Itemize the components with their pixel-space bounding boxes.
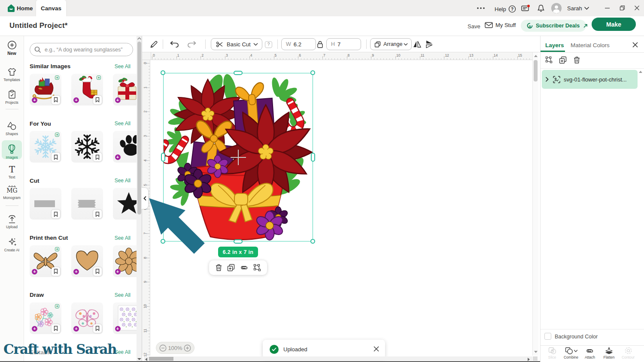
my-stuff-button[interactable]: My Stuff: [485, 22, 516, 28]
canvas-h-scroll-thumb[interactable]: [149, 357, 173, 361]
layer-row-selected[interactable]: svg-01-flower-pot-christ...: [542, 70, 638, 89]
selection-handle-top-left[interactable]: [161, 70, 165, 75]
bookmark-icon[interactable]: [52, 324, 60, 333]
flatten-button[interactable]: Flatten: [600, 347, 619, 359]
undo-icon[interactable]: [170, 41, 179, 48]
sidebar-item-images[interactable]: Images: [0, 144, 24, 160]
selection-handle-bottom-center[interactable]: [234, 239, 243, 244]
save-button[interactable]: Save: [468, 23, 480, 30]
sidebar-item-shapes[interactable]: Shapes: [0, 121, 24, 136]
image-card-pattern-lavender[interactable]: +: [113, 302, 137, 334]
image-card-gift-bow[interactable]: +: [113, 74, 137, 106]
overflow-menu-icon[interactable]: [476, 5, 486, 12]
tab-canvas[interactable]: Canvas: [36, 0, 66, 16]
delete-icon[interactable]: [215, 264, 222, 272]
image-card-snowflake-black[interactable]: [71, 131, 103, 163]
scroll-up-icon[interactable]: [137, 37, 141, 40]
user-chevron-down-icon[interactable]: [584, 6, 589, 10]
bookmark-icon[interactable]: [93, 324, 102, 333]
tab-layers[interactable]: Layers: [545, 42, 564, 48]
panel-scroll-thumb[interactable]: [137, 42, 141, 214]
flip-vertical-icon[interactable]: [425, 40, 433, 48]
bookmark-icon[interactable]: [52, 153, 60, 161]
width-field[interactable]: W 6.2: [281, 38, 316, 50]
cricut-logo[interactable]: [7, 4, 15, 12]
selection-handle-top-center[interactable]: [234, 71, 243, 75]
material-help-icon[interactable]: ?: [265, 41, 272, 48]
avatar[interactable]: [551, 3, 562, 13]
window-maximize-icon[interactable]: [620, 5, 625, 11]
weld-icon[interactable]: [253, 264, 261, 272]
image-card-rect-plain[interactable]: [30, 188, 61, 220]
see-all-link[interactable]: See All: [115, 235, 131, 241]
window-close-icon[interactable]: [634, 5, 640, 11]
image-card-paw[interactable]: +: [113, 131, 137, 163]
arrange-dropdown[interactable]: Arrange: [370, 38, 412, 50]
image-search-input[interactable]: e.g., “A dog wearing sunglasses”: [30, 43, 133, 56]
image-card-flower-tan[interactable]: +: [113, 245, 137, 277]
canvas-vertical-scrollbar[interactable]: [532, 52, 538, 356]
panel-scrollbar[interactable]: [137, 36, 142, 362]
canvas-horizontal-scrollbar[interactable]: [144, 356, 532, 361]
flip-horizontal-icon[interactable]: [413, 40, 421, 48]
tab-material-colors[interactable]: Material Colors: [571, 42, 610, 48]
panel-close-icon[interactable]: [632, 42, 638, 48]
attach-button[interactable]: Attach: [580, 347, 599, 359]
image-card-butterfly-tan[interactable]: a+: [30, 245, 61, 277]
image-card-snowflake-blue[interactable]: a: [30, 131, 61, 163]
see-all-link[interactable]: See All: [115, 63, 131, 69]
layers-scroll-up-icon[interactable]: [639, 71, 642, 73]
draw-pencil-icon[interactable]: [149, 40, 158, 49]
sidebar-item-templates[interactable]: Templates: [0, 67, 24, 82]
image-card-rect-stamp[interactable]: [71, 188, 103, 220]
add-to-canvas-icon[interactable]: +: [73, 326, 79, 332]
sidebar-item-upload[interactable]: Upload: [0, 215, 24, 229]
see-all-link[interactable]: See All: [115, 349, 131, 355]
attach-icon[interactable]: [240, 265, 249, 270]
zoom-out-icon[interactable]: [159, 344, 167, 352]
sidebar-item-monogram[interactable]: MGMonogram: [0, 185, 24, 200]
image-card-heart-tan[interactable]: +: [71, 245, 103, 277]
subscriber-deals-button[interactable]: a Subscriber Deals: [521, 20, 586, 32]
window-minimize-icon[interactable]: [605, 5, 610, 11]
notifications-bell-icon[interactable]: [537, 4, 545, 12]
selection-handle-top-right[interactable]: [310, 70, 315, 75]
selection-handle-middle-left[interactable]: [161, 153, 165, 162]
bookmark-icon[interactable]: [93, 153, 102, 161]
add-to-canvas-icon[interactable]: +: [73, 97, 79, 103]
redo-icon[interactable]: [187, 41, 197, 48]
add-to-canvas-icon[interactable]: +: [115, 269, 121, 275]
subscription-card-icon[interactable]: [521, 4, 530, 12]
see-all-link[interactable]: See All: [115, 292, 131, 298]
toast-close-icon[interactable]: [373, 346, 380, 352]
sidebar-item-create-ai[interactable]: Create AI: [0, 237, 24, 252]
canvas-v-scroll-thumb[interactable]: [534, 60, 538, 81]
bookmark-icon[interactable]: [93, 210, 102, 218]
add-to-canvas-icon[interactable]: +: [32, 269, 37, 275]
add-to-canvas-icon[interactable]: +: [32, 326, 37, 332]
sidebar-item-new[interactable]: New: [0, 40, 24, 56]
bookmark-icon[interactable]: [93, 96, 102, 104]
user-name[interactable]: Sarah: [567, 5, 582, 12]
delete-layer-icon[interactable]: [573, 56, 580, 64]
scroll-down-icon[interactable]: [137, 358, 141, 360]
add-to-canvas-icon[interactable]: +: [32, 97, 37, 103]
bookmark-icon[interactable]: [93, 267, 102, 276]
material-type-dropdown[interactable]: Basic Cut: [211, 38, 262, 50]
lock-icon[interactable]: [317, 41, 323, 48]
image-card-stocking[interactable]: a+: [71, 74, 103, 106]
image-card-floral-spray[interactable]: a+: [30, 302, 61, 334]
add-to-canvas-icon[interactable]: +: [115, 97, 121, 103]
height-field[interactable]: H 7: [326, 38, 361, 50]
background-color-checkbox[interactable]: [544, 333, 551, 340]
make-button[interactable]: Make: [592, 18, 636, 31]
bookmark-icon[interactable]: [52, 267, 60, 276]
combine-button[interactable]: Combine: [562, 347, 580, 359]
help-menu[interactable]: Help ?: [495, 5, 516, 13]
selection-handle-bottom-right[interactable]: [310, 239, 315, 244]
weld-tool-icon[interactable]: [545, 56, 553, 64]
sidebar-item-projects[interactable]: Projects: [0, 90, 24, 105]
selection-handle-middle-right[interactable]: [311, 153, 315, 162]
see-all-link[interactable]: See All: [115, 178, 131, 184]
see-all-link[interactable]: See All: [115, 121, 131, 127]
